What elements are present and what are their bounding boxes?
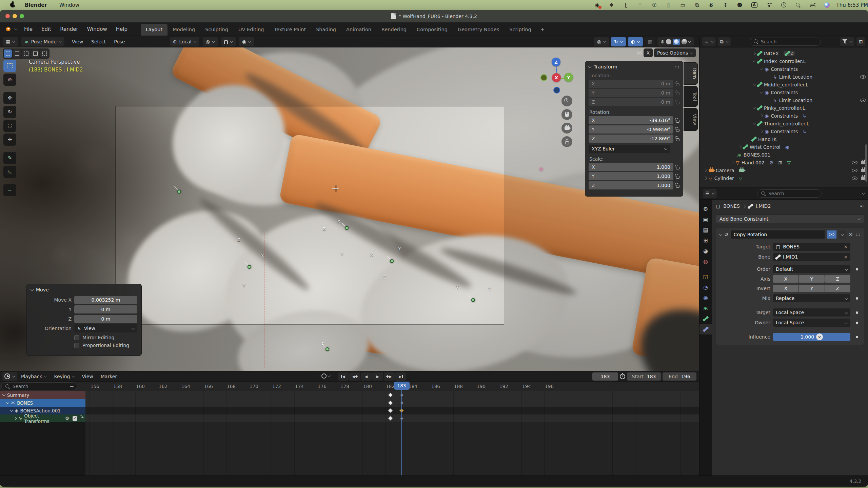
orientation-dropdown[interactable]: ↳View	[74, 324, 137, 332]
topbar-menu-window[interactable]: Window	[83, 24, 112, 34]
expander-icon[interactable]	[2, 393, 6, 396]
expander-icon[interactable]	[10, 408, 13, 412]
gizmo-minus-y-axis[interactable]	[540, 74, 547, 81]
location-field[interactable]: X0 m	[589, 80, 673, 88]
outliner-item-label[interactable]: Limit Location	[779, 74, 812, 80]
outliner-row[interactable]: ↳Limit Location	[699, 73, 868, 81]
expander-icon[interactable]	[704, 177, 707, 180]
outliner-item-label[interactable]: Constraints	[771, 90, 798, 95]
outliner-row[interactable]: ◉Constraints↳	[699, 127, 868, 135]
owner-space-dropdown[interactable]: Local Space	[773, 319, 850, 327]
new-collection-button[interactable]: ⊞	[856, 37, 865, 46]
lock-view-button[interactable]	[561, 136, 572, 147]
timeline-menu-keying[interactable]: Keying	[50, 374, 78, 379]
sidebar-tab-tool[interactable]: Tool	[684, 86, 698, 107]
properties-tab-bone[interactable]	[699, 313, 712, 324]
outliner-search-input[interactable]: Search	[750, 38, 821, 46]
outliner-row[interactable]: ◉Constraints	[699, 88, 868, 96]
xray-toggle[interactable]: ▩	[645, 37, 655, 46]
outliner-item-label[interactable]: Camera	[716, 168, 734, 173]
outliner-item-label[interactable]: Constraints	[771, 66, 798, 72]
hide-eye-icon[interactable]	[852, 177, 857, 180]
tool-move[interactable]: ✥	[3, 92, 16, 104]
lock-icon[interactable]	[81, 418, 84, 420]
outliner-item-label[interactable]: Middle_controller.L	[764, 82, 808, 87]
properties-tab-render[interactable]: ▣	[699, 214, 712, 225]
paw-icon[interactable]: ⁘	[637, 2, 643, 8]
invert-x-button[interactable]: X	[773, 285, 798, 292]
topbar-menu-edit[interactable]: Edit	[37, 24, 56, 34]
move-field[interactable]: 0.003252 m	[74, 296, 137, 304]
lock-icon[interactable]	[676, 102, 679, 104]
siri-icon[interactable]	[824, 2, 830, 8]
blender-logo-icon[interactable]	[5, 26, 11, 32]
workspace-tab-geometry-nodes[interactable]: Geometry Nodes	[453, 24, 504, 36]
menubar-item-window[interactable]: Window	[59, 2, 79, 8]
pivot-point-dropdown[interactable]: ◎	[203, 37, 218, 46]
viewport-canvas[interactable]: ZXYXZYXYZXYz ✳ ⋈ X Pose Options Camera P…	[0, 47, 699, 371]
add-bone-constraint-button[interactable]: Add Bone Constraint	[716, 215, 864, 223]
account-icon[interactable]: ☻	[737, 2, 743, 8]
outliner-item-label[interactable]: BONES.001	[744, 152, 771, 158]
select-new-button[interactable]	[4, 49, 12, 58]
hide-eye-icon[interactable]	[852, 169, 857, 172]
shading-wireframe-button[interactable]: ⊕	[660, 39, 665, 44]
window-titlebar[interactable]: * WolfHand_FUR6 - Blender 4.3.2	[0, 10, 868, 22]
axis-z-button[interactable]: Z	[825, 275, 850, 283]
target-space-dropdown[interactable]: Local Space	[773, 308, 850, 317]
mix-dropdown[interactable]: Replace	[773, 294, 850, 302]
tool-annotate[interactable]: ✎	[3, 152, 16, 164]
invert-y-button[interactable]: Y	[799, 285, 824, 292]
channel-bones[interactable]: жBONES	[0, 399, 85, 407]
gizmos-toggle[interactable]: ↻	[611, 37, 626, 46]
outliner-item-label[interactable]: Cylinder	[714, 176, 734, 181]
invert-z-button[interactable]: Z	[825, 285, 850, 292]
rotation-field[interactable]: Y-0.99859°	[589, 125, 673, 134]
gizmo-minus-z-axis[interactable]	[553, 87, 560, 94]
channel-summary[interactable]: Summary	[0, 391, 85, 399]
navigation-gizmo[interactable]: Z Y X	[540, 57, 577, 94]
pose-options-dropdown[interactable]: Pose Options	[654, 48, 696, 57]
location-field[interactable]: Z-0 m	[589, 98, 673, 106]
properties-tab-physics[interactable]: ◔	[699, 282, 712, 292]
gizmo-z-axis[interactable]: Z	[552, 58, 560, 66]
lock-icon[interactable]	[676, 93, 679, 95]
expander-icon[interactable]	[6, 401, 9, 404]
wifi-icon[interactable]	[766, 3, 772, 7]
control-center-icon[interactable]	[810, 2, 815, 7]
select-extend-button[interactable]	[13, 49, 21, 58]
pin-icon[interactable]: ➶	[859, 202, 866, 210]
drag-handle-icon[interactable]	[674, 65, 679, 68]
outliner-row[interactable]: ◉Constraints↳	[699, 112, 868, 120]
outliner-item-label[interactable]: Limit Location	[779, 98, 812, 103]
expander-icon[interactable]	[760, 130, 763, 133]
workspace-tab-sculpting[interactable]: Sculpting	[200, 24, 233, 36]
breadcrumb-bone[interactable]: I.MID2	[756, 203, 771, 209]
breadcrumb-object[interactable]: BONES	[723, 203, 740, 209]
apple-menu-icon[interactable]	[10, 2, 15, 7]
time-machine-icon[interactable]	[781, 2, 787, 7]
outliner-filter-images-button[interactable]: ⧉	[718, 37, 731, 46]
clear-influence-button[interactable]: ×	[816, 333, 823, 340]
show-gizmo-dropdown[interactable]: ◎	[594, 37, 609, 46]
expander-icon[interactable]	[753, 82, 756, 86]
scale-field[interactable]: Z1.000	[589, 181, 673, 189]
timeline-menu-playback[interactable]: Playback	[17, 374, 50, 379]
outliner-display-mode-dropdown[interactable]: ≡	[702, 37, 716, 46]
start-frame-field[interactable]: Start183	[627, 372, 661, 381]
workspace-tab-modeling[interactable]: Modeling	[167, 24, 200, 36]
outliner-item-label[interactable]: Constraints	[771, 113, 798, 119]
tailscale-icon[interactable]: ʈ	[623, 2, 629, 8]
expander-icon[interactable]	[760, 90, 763, 94]
properties-tab-data[interactable]: ж	[699, 303, 712, 313]
outliner-row[interactable]: Index_controller.L	[699, 57, 868, 65]
lock-icon[interactable]	[676, 185, 679, 188]
outliner-item-label[interactable]: Hand IK	[758, 137, 777, 142]
play-button[interactable]: ▶	[372, 372, 383, 381]
tool-rotate[interactable]: ↻	[3, 106, 16, 118]
properties-options-chevron[interactable]	[862, 191, 865, 195]
hide-eye-icon[interactable]	[860, 75, 866, 79]
properties-tab-scene[interactable]: ◕	[699, 246, 712, 256]
select-intersect-button[interactable]	[40, 49, 48, 58]
constraint-extras-dropdown[interactable]	[839, 230, 846, 239]
